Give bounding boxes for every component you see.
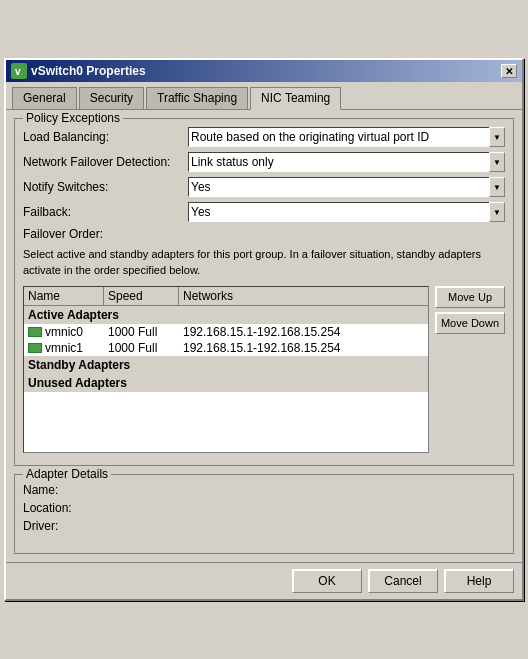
move-down-button[interactable]: Move Down xyxy=(435,312,505,334)
network-failover-label: Network Failover Detection: xyxy=(23,155,188,169)
nic-icon xyxy=(28,327,42,337)
policy-exceptions-title: Policy Exceptions xyxy=(23,111,123,125)
content-area: Policy Exceptions Load Balancing: Route … xyxy=(6,109,522,562)
adapter-details-group: Adapter Details Name: Location: Driver: xyxy=(14,474,514,554)
svg-text:v: v xyxy=(15,66,21,77)
row-vmnic1-networks: 192.168.15.1-192.168.15.254 xyxy=(179,340,428,356)
col-header-networks: Networks xyxy=(179,287,428,305)
table-header: Name Speed Networks xyxy=(24,287,428,306)
section-unused-adapters: Unused Adapters xyxy=(24,374,428,392)
detail-location-label: Location: xyxy=(23,501,72,515)
failover-order-label: Failover Order: xyxy=(23,227,505,241)
load-balancing-label: Load Balancing: xyxy=(23,130,188,144)
detail-name-row: Name: xyxy=(23,483,505,497)
adapter-table-area: Name Speed Networks Active Adapters vmni… xyxy=(23,286,505,457)
section-standby-adapters: Standby Adapters xyxy=(24,356,428,374)
network-failover-row: Network Failover Detection: Link status … xyxy=(23,152,505,172)
main-window: v vSwitch0 Properties ✕ General Security… xyxy=(4,58,524,601)
footer-bar: OK Cancel Help xyxy=(6,562,522,599)
row-vmnic0-networks: 192.168.15.1-192.168.15.254 xyxy=(179,324,428,340)
detail-driver-row: Driver: xyxy=(23,519,505,533)
failback-row: Failback: Yes ▼ xyxy=(23,202,505,222)
empty-space xyxy=(24,392,428,452)
failback-select[interactable]: Yes xyxy=(188,202,505,222)
detail-location-row: Location: xyxy=(23,501,505,515)
policy-exceptions-group: Policy Exceptions Load Balancing: Route … xyxy=(14,118,514,466)
load-balancing-select[interactable]: Route based on the originating virtual p… xyxy=(188,127,505,147)
tab-nic-teaming[interactable]: NIC Teaming xyxy=(250,87,341,110)
network-failover-select[interactable]: Link status only xyxy=(188,152,505,172)
adapter-table: Name Speed Networks Active Adapters vmni… xyxy=(23,286,429,453)
title-bar: v vSwitch0 Properties ✕ xyxy=(6,60,522,82)
load-balancing-row: Load Balancing: Route based on the origi… xyxy=(23,127,505,147)
row-vmnic1-speed: 1000 Full xyxy=(104,340,179,356)
notify-switches-label: Notify Switches: xyxy=(23,180,188,194)
table-row[interactable]: vmnic1 1000 Full 192.168.15.1-192.168.15… xyxy=(24,340,428,356)
col-header-name: Name xyxy=(24,287,104,305)
tab-traffic-shaping[interactable]: Traffic Shaping xyxy=(146,87,248,110)
table-buttons: Move Up Move Down xyxy=(435,286,505,334)
notify-switches-select[interactable]: Yes xyxy=(188,177,505,197)
notify-switches-dropdown-wrapper: Yes ▼ xyxy=(188,177,505,197)
title-bar-left: v vSwitch0 Properties xyxy=(11,63,146,79)
section-active-adapters: Active Adapters xyxy=(24,306,428,324)
failback-dropdown-wrapper: Yes ▼ xyxy=(188,202,505,222)
network-failover-dropdown-wrapper: Link status only ▼ xyxy=(188,152,505,172)
tab-general[interactable]: General xyxy=(12,87,77,110)
nic-icon xyxy=(28,343,42,353)
ok-button[interactable]: OK xyxy=(292,569,362,593)
row-vmnic0-speed: 1000 Full xyxy=(104,324,179,340)
detail-driver-label: Driver: xyxy=(23,519,58,533)
tab-security[interactable]: Security xyxy=(79,87,144,110)
adapter-table-container: Name Speed Networks Active Adapters vmni… xyxy=(23,286,429,457)
cancel-button[interactable]: Cancel xyxy=(368,569,438,593)
load-balancing-dropdown-wrapper: Route based on the originating virtual p… xyxy=(188,127,505,147)
table-row[interactable]: vmnic0 1000 Full 192.168.15.1-192.168.15… xyxy=(24,324,428,340)
row-vmnic0-name: vmnic0 xyxy=(24,324,104,340)
notify-switches-row: Notify Switches: Yes ▼ xyxy=(23,177,505,197)
close-button[interactable]: ✕ xyxy=(501,64,517,78)
app-icon: v xyxy=(11,63,27,79)
window-title: vSwitch0 Properties xyxy=(31,64,146,78)
failover-description: Select active and standby adapters for t… xyxy=(23,247,505,278)
help-button[interactable]: Help xyxy=(444,569,514,593)
failback-label: Failback: xyxy=(23,205,188,219)
detail-name-label: Name: xyxy=(23,483,58,497)
row-vmnic1-name: vmnic1 xyxy=(24,340,104,356)
col-header-speed: Speed xyxy=(104,287,179,305)
adapter-details-title: Adapter Details xyxy=(23,467,111,481)
move-up-button[interactable]: Move Up xyxy=(435,286,505,308)
tab-bar: General Security Traffic Shaping NIC Tea… xyxy=(6,82,522,109)
